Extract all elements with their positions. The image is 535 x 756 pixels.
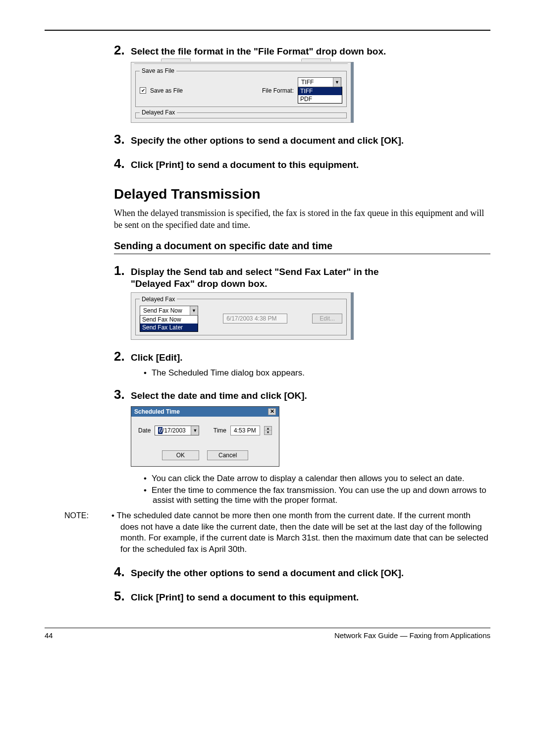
- footer-rule: [45, 628, 490, 628]
- footer-title: Network Fax Guide — Faxing from Applicat…: [334, 631, 490, 640]
- step-text: Select the file format in the "File Form…: [131, 46, 386, 57]
- heading-delayed-transmission: Delayed Transmission: [114, 186, 490, 202]
- step-number: 5.: [114, 589, 126, 604]
- step-number: 4.: [114, 564, 126, 580]
- page-footer: 44 Network Fax Guide — Faxing from Appli…: [45, 631, 490, 645]
- page-number: 44: [45, 631, 53, 640]
- step-text: Click [Print] to send a document to this…: [131, 592, 359, 603]
- dropdown-option-tiff[interactable]: TIFF: [298, 87, 342, 95]
- dropdown-option-now[interactable]: Send Fax Now: [140, 316, 198, 324]
- step-text: Select the date and time and click [OK].: [131, 390, 307, 401]
- step-text: Click [Print] to send a document to this…: [131, 160, 359, 170]
- group-save-as-file: Save as File ✔ Save as File File Format:…: [135, 67, 347, 107]
- edit-button[interactable]: Edit...: [312, 314, 342, 324]
- bullet-date-arrow: You can click the Date arrow to display …: [144, 474, 490, 484]
- subheading-rule: [114, 254, 490, 254]
- main-content-2: 1. Display the Send tab and select "Send…: [114, 263, 490, 505]
- step-text: Specify the other options to send a docu…: [131, 568, 404, 579]
- subheading-sending: Sending a document on specific date and …: [114, 240, 490, 252]
- checkbox-icon: ✔: [140, 87, 146, 94]
- dialog-title: Scheduled Time: [134, 408, 180, 415]
- step-4-bottom: 4. Specify the other options to send a d…: [114, 564, 490, 580]
- dropdown-option-pdf[interactable]: PDF: [298, 95, 342, 103]
- note-block: NOTE: • The scheduled date cannot be mor…: [64, 510, 490, 556]
- step-3-mid: 3. Select the date and time and click [O…: [114, 387, 490, 402]
- step-2-mid: 2. Click [Edit].: [114, 349, 490, 364]
- save-as-file-checkbox[interactable]: ✔ Save as File: [140, 87, 183, 94]
- tab-stub: [161, 58, 191, 61]
- dropdown-value: Send Fax Now: [140, 306, 190, 315]
- spin-up-icon: ▲: [265, 427, 271, 431]
- checkbox-label: Save as File: [150, 87, 183, 94]
- group-delayed-fax: Delayed Fax Send Fax Now ▼ Send Fax Now …: [135, 296, 347, 335]
- tab-stub: [301, 58, 331, 61]
- dropdown-list: TIFF PDF: [298, 87, 342, 104]
- spin-down-icon: ▼: [265, 431, 271, 434]
- dialog-titlebar: Scheduled Time ✕: [131, 407, 279, 417]
- step-number: 2.: [114, 349, 126, 364]
- scheduled-datetime-display: 6/17/2003 4:38 PM: [223, 314, 287, 324]
- main-content: 2. Select the file format in the "File F…: [114, 43, 490, 171]
- date-label: Date: [138, 427, 151, 434]
- time-label: Time: [214, 427, 226, 434]
- delayed-fax-dropdown[interactable]: Send Fax Now ▼: [140, 306, 198, 316]
- ok-button[interactable]: OK: [162, 450, 199, 460]
- note-text-content: The scheduled date cannot be more then o…: [116, 511, 488, 554]
- dropdown-value: TIFF: [298, 78, 333, 87]
- time-input[interactable]: 4:53 PM: [230, 426, 260, 435]
- step-text: Display the Send tab and select "Send Fa…: [131, 267, 379, 277]
- step-text: Specify the other options to send a docu…: [131, 135, 404, 146]
- step-text-line2: "Delayed Fax" drop down box.: [131, 278, 490, 289]
- step-number: 3.: [114, 387, 126, 402]
- file-format-dropdown[interactable]: TIFF ▼: [298, 77, 341, 87]
- group-title: Delayed Fax: [140, 109, 177, 116]
- header-rule: [45, 30, 490, 31]
- date-value: 6/17/2003: [155, 426, 191, 435]
- group-title: Save as File: [140, 67, 176, 74]
- dialog-scheduled-time: Scheduled Time ✕ Date 6/17/2003 ▼ Time 4…: [131, 406, 279, 467]
- check-mark: ✔: [141, 88, 145, 93]
- figure-save-as-file: Save as File ✔ Save as File File Format:…: [131, 62, 354, 123]
- group-title: Delayed Fax: [140, 296, 177, 303]
- step-5-bottom: 5. Click [Print] to send a document to t…: [114, 589, 490, 604]
- step-3-top: 3. Specify the other options to send a d…: [114, 132, 490, 147]
- tab-stubs: [161, 58, 331, 61]
- group-delayed-fax-stub: Delayed Fax: [135, 109, 347, 118]
- time-spinner[interactable]: ▲ ▼: [264, 426, 272, 435]
- bullet-enter-time: Enter the time to commence the fax trans…: [144, 486, 490, 505]
- step-4-top: 4. Click [Print] to send a document to t…: [114, 156, 490, 171]
- chevron-down-icon: ▼: [191, 426, 199, 435]
- step-number: 3.: [114, 132, 126, 147]
- step-1-mid: 1. Display the Send tab and select "Send…: [114, 263, 490, 278]
- chevron-down-icon: ▼: [190, 306, 198, 315]
- step-number: 1.: [114, 263, 126, 278]
- dropdown-list: Send Fax Now Send Fax Later: [140, 315, 198, 332]
- note-text: • The scheduled date cannot be more then…: [111, 510, 490, 556]
- step-2-top: 2. Select the file format in the "File F…: [114, 43, 490, 58]
- step-text: Click [Edit].: [131, 352, 183, 363]
- dropdown-option-later[interactable]: Send Fax Later: [140, 324, 198, 331]
- bullet-scheduled-time-appears: The Scheduled Time dialog box appears.: [144, 368, 490, 378]
- section-paragraph: When the delayed transmission is specifi…: [114, 207, 490, 231]
- figure-delayed-fax: Delayed Fax Send Fax Now ▼ Send Fax Now …: [131, 292, 354, 340]
- date-picker[interactable]: 6/17/2003 ▼: [155, 426, 199, 435]
- close-icon[interactable]: ✕: [268, 408, 276, 415]
- step-number: 2.: [114, 43, 126, 58]
- chevron-down-icon: ▼: [333, 78, 341, 87]
- note-label: NOTE:: [64, 510, 111, 520]
- file-format-label: File Format:: [262, 87, 294, 94]
- cancel-button[interactable]: Cancel: [207, 450, 248, 460]
- step-number: 4.: [114, 156, 126, 171]
